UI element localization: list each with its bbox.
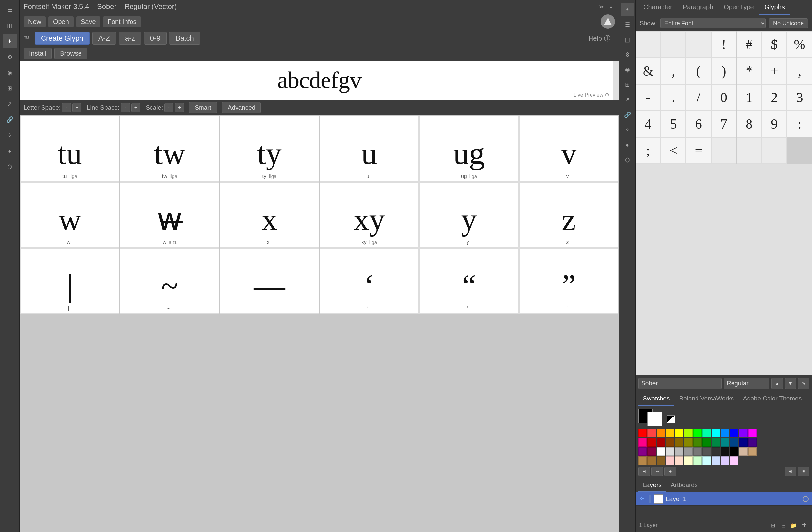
swatch-color[interactable] xyxy=(648,457,656,465)
swatch-color[interactable] xyxy=(702,429,711,437)
browse-button[interactable]: Browse xyxy=(54,48,87,59)
preview-text[interactable]: abcdefgv xyxy=(277,67,361,94)
batch-button[interactable]: Batch xyxy=(169,32,200,45)
swatch-list-view[interactable]: ≡ xyxy=(798,467,809,476)
left-tool-settings[interactable]: ⚙ xyxy=(3,50,17,64)
swatch-color[interactable] xyxy=(684,457,693,465)
swatch-replace[interactable]: ↔ xyxy=(651,467,663,476)
swatch-color[interactable] xyxy=(748,438,757,447)
vtool-export[interactable]: ↗ xyxy=(621,93,634,107)
swatch-color[interactable] xyxy=(648,438,656,447)
left-tool-ball[interactable]: ● xyxy=(3,144,17,158)
vtool-hamburger[interactable]: ☰ xyxy=(621,18,634,31)
glyph-cell[interactable]: y y xyxy=(419,182,519,248)
show-select[interactable]: Entire Font xyxy=(660,18,766,28)
glyph-cell[interactable]: u u xyxy=(320,116,419,182)
left-tool-magic[interactable]: ✧ xyxy=(3,128,17,143)
swatch-add[interactable]: + xyxy=(665,467,676,476)
glyphs-panel-cell[interactable]: $ xyxy=(762,31,787,58)
layers-tab-artboards[interactable]: Artboards xyxy=(666,479,702,492)
swatch-color[interactable] xyxy=(712,457,720,465)
glyph-cell[interactable]: “ “ xyxy=(419,248,519,314)
glyphs-panel-cell[interactable]: - xyxy=(636,84,661,111)
swatch-color[interactable] xyxy=(730,457,738,465)
swatch-color[interactable] xyxy=(693,429,702,437)
letter-space-plus[interactable]: + xyxy=(72,103,82,112)
layers-bottom-folder[interactable]: 📁 xyxy=(789,521,798,530)
swatches-tab-adobe-color-themes[interactable]: Adobe Color Themes xyxy=(738,392,806,406)
swatch-color[interactable] xyxy=(675,438,683,447)
layers-bottom-new[interactable]: ⊞ xyxy=(768,521,777,530)
glyph-cell[interactable]: w w xyxy=(20,182,119,248)
swatch-color[interactable] xyxy=(638,457,647,465)
swatch-color[interactable] xyxy=(684,429,693,437)
glyphs-panel-cell[interactable]: 0 xyxy=(711,84,736,111)
glyphs-panel-cell[interactable]: < xyxy=(661,138,686,163)
font-ctrl-down[interactable]: ▼ xyxy=(785,377,796,389)
glyph-cell[interactable]: ~ ~ xyxy=(120,248,219,314)
glyph-cell[interactable]: w̶ w alt1 xyxy=(120,182,219,248)
vtool-fontself[interactable]: ✦ xyxy=(621,3,634,16)
vtool-grid[interactable]: ⊞ xyxy=(621,78,634,91)
glyph-cell[interactable]: | | xyxy=(20,248,119,314)
glyph-cell[interactable]: ‘ ‘ xyxy=(320,248,419,314)
swatch-color[interactable] xyxy=(675,457,683,465)
preview-scrollbar[interactable] xyxy=(613,61,619,100)
swatch-color[interactable] xyxy=(702,457,711,465)
font-name-input[interactable] xyxy=(638,377,722,389)
glyphs-panel-cell[interactable]: : xyxy=(787,111,812,137)
layers-bottom-delete[interactable]: 🗑 xyxy=(800,521,809,530)
layer-row[interactable]: 👁 Layer 1 xyxy=(636,492,812,506)
swatch-color[interactable] xyxy=(748,429,757,437)
help-button[interactable]: Help ⓘ xyxy=(584,32,615,44)
glyphs-panel-cell[interactable]: 3 xyxy=(787,84,812,111)
swatch-color[interactable] xyxy=(693,447,702,456)
swatch-color[interactable] xyxy=(666,438,674,447)
glyphs-panel-cell[interactable]: / xyxy=(686,84,711,111)
tab-glyphs[interactable]: Glyphs xyxy=(759,0,790,15)
swatch-color[interactable] xyxy=(712,438,720,447)
az-lower-button[interactable]: a-z xyxy=(119,32,141,45)
glyph-cell[interactable]: ty ty liga xyxy=(220,116,319,182)
glyphs-panel-cell[interactable]: , xyxy=(661,58,686,84)
font-infos-button[interactable]: Font Infos xyxy=(103,16,141,27)
swatch-color[interactable] xyxy=(666,429,674,437)
glyphs-panel-cell[interactable]: % xyxy=(787,31,812,58)
glyphs-panel-cell[interactable]: 9 xyxy=(762,111,787,137)
left-tool-layers[interactable]: ◫ xyxy=(3,18,17,33)
swatch-color[interactable] xyxy=(693,438,702,447)
glyphs-panel-cell[interactable]: 8 xyxy=(737,111,762,137)
gear-icon[interactable]: ⚙ xyxy=(605,91,609,98)
glyphs-panel-cell[interactable]: + xyxy=(762,58,787,84)
smart-button[interactable]: Smart xyxy=(189,102,217,113)
glyph-cell[interactable]: — — xyxy=(220,248,319,314)
glyph-cell[interactable]: tu tu liga xyxy=(20,116,119,182)
glyph-cell[interactable]: ug ug liga xyxy=(419,116,519,182)
glyphs-panel-cell[interactable]: 2 xyxy=(762,84,787,111)
glyphs-panel-cell[interactable]: ( xyxy=(686,58,711,84)
swatch-grid-view[interactable]: ⊞ xyxy=(784,467,796,476)
glyphs-panel-cell[interactable] xyxy=(636,31,661,58)
swatch-color[interactable] xyxy=(712,429,720,437)
scale-minus[interactable]: - xyxy=(164,103,173,112)
swatch-color[interactable] xyxy=(712,447,720,456)
glyphs-panel-cell[interactable]: = xyxy=(686,138,711,163)
glyphs-panel-cell[interactable]: , xyxy=(787,58,812,84)
swatch-color[interactable] xyxy=(730,438,738,447)
glyphs-panel-cell[interactable] xyxy=(711,138,736,163)
swatch-color[interactable] xyxy=(739,429,748,437)
swatch-small[interactable] xyxy=(667,415,675,423)
swatch-color[interactable] xyxy=(739,438,748,447)
left-tool-transform[interactable]: ⬡ xyxy=(3,160,17,174)
swatches-tab-roland-versaworks[interactable]: Roland VersaWorks xyxy=(674,392,738,406)
left-tool-glyph[interactable]: ✦ xyxy=(3,34,17,48)
tab-opentype[interactable]: OpenType xyxy=(719,0,759,15)
tab-character[interactable]: Character xyxy=(638,0,678,15)
vtool-magic[interactable]: ✧ xyxy=(621,123,634,137)
swatch-color[interactable] xyxy=(721,429,729,437)
vtool-circle[interactable]: ◉ xyxy=(621,63,634,76)
swatch-color[interactable] xyxy=(638,429,647,437)
layers-tab-layers[interactable]: Layers xyxy=(638,479,666,492)
no-unicode-button[interactable]: No Unicode xyxy=(769,18,808,28)
swatch-color[interactable] xyxy=(721,457,729,465)
